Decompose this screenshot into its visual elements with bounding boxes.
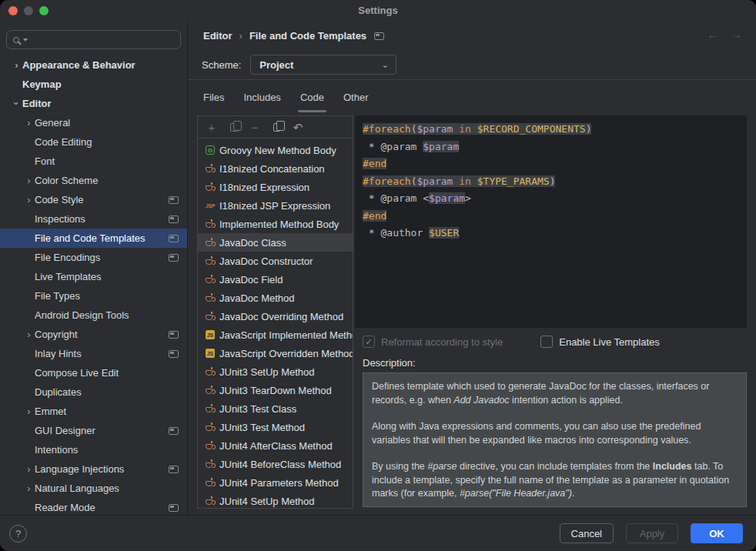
template-item-label: JavaScript Implemented Method Body bbox=[219, 329, 353, 341]
chevron-right-icon[interactable]: › bbox=[23, 118, 35, 128]
apply-button[interactable]: Apply bbox=[626, 523, 678, 543]
sidebar-item-gui-designer[interactable]: GUI Designer bbox=[0, 421, 187, 440]
template-item-javadoc-constructor[interactable]: JavaDoc Constructor bbox=[198, 252, 353, 270]
sidebar-item-compose-live-edit[interactable]: Compose Live Edit bbox=[0, 363, 187, 382]
sidebar-item-live-templates[interactable]: Live Templates bbox=[0, 267, 187, 286]
chevron-right-icon[interactable]: › bbox=[23, 483, 35, 493]
description-paragraph-1: Defines template which used to generate … bbox=[372, 380, 738, 407]
template-item-junit3-setup-method[interactable]: JUnit3 SetUp Method bbox=[198, 362, 353, 381]
copy-icon[interactable] bbox=[270, 121, 283, 133]
template-item-junit4-afterclass-method[interactable]: JUnit4 AfterClass Method bbox=[198, 436, 353, 455]
sidebar-item-file-types[interactable]: File Types bbox=[0, 286, 187, 306]
live-templates-checkbox[interactable] bbox=[540, 336, 553, 348]
template-item-junit3-teardown-method[interactable]: JUnit3 TearDown Method bbox=[198, 381, 353, 399]
ok-button[interactable]: OK bbox=[691, 523, 743, 543]
tab-other[interactable]: Other bbox=[343, 80, 369, 114]
live-templates-option: Enable Live Templates bbox=[540, 336, 660, 348]
sidebar-item-keymap[interactable]: Keymap bbox=[0, 75, 187, 94]
sidebar-item-code-style[interactable]: ›Code Style bbox=[0, 190, 187, 209]
search-options-chevron-icon[interactable] bbox=[23, 38, 28, 42]
java-icon bbox=[206, 498, 219, 505]
template-item-javadoc-method[interactable]: JavaDoc Method bbox=[198, 289, 353, 307]
sidebar-item-file-and-code-templates[interactable]: File and Code Templates bbox=[0, 229, 187, 248]
chevron-right-icon[interactable]: › bbox=[23, 329, 35, 339]
template-item-i18nized-expression[interactable]: I18nized Expression bbox=[198, 178, 353, 196]
code-tab-content: ++−↶ GGroovy New Method BodyI18nized Con… bbox=[188, 114, 756, 515]
breadcrumb-separator-icon: › bbox=[239, 30, 243, 42]
tab-code[interactable]: Code bbox=[300, 80, 324, 114]
breadcrumb-editor[interactable]: Editor bbox=[203, 30, 232, 42]
back-arrow-icon[interactable]: ← bbox=[707, 28, 718, 41]
js-glyph: JS bbox=[206, 349, 215, 358]
template-item-junit4-setup-method[interactable]: JUnit4 SetUp Method bbox=[198, 492, 353, 508]
search-icon bbox=[13, 37, 19, 43]
template-item-javadoc-overriding-method[interactable]: JavaDoc Overriding Method bbox=[198, 307, 353, 326]
sidebar-item-language-injections[interactable]: ›Language Injections bbox=[0, 459, 187, 479]
forward-arrow-icon[interactable]: → bbox=[731, 28, 742, 41]
sidebar-item-code-editing[interactable]: Code Editing bbox=[0, 132, 187, 152]
sidebar-item-font[interactable]: Font bbox=[0, 152, 187, 171]
template-item-junit3-test-class[interactable]: JUnit3 Test Class bbox=[198, 399, 353, 418]
chevron-right-icon[interactable]: › bbox=[23, 464, 35, 474]
add-child-icon[interactable]: + bbox=[227, 121, 239, 133]
description-segment: Includes bbox=[653, 461, 692, 472]
sidebar-item-copyright[interactable]: ›Copyright bbox=[0, 325, 187, 344]
scheme-label: Scheme: bbox=[202, 59, 241, 71]
sidebar-item-android-design-tools[interactable]: Android Design Tools bbox=[0, 306, 187, 325]
sidebar-item-editor[interactable]: ›Editor bbox=[0, 94, 187, 113]
sidebar-item-duplicates[interactable]: Duplicates bbox=[0, 382, 187, 402]
add-icon[interactable]: + bbox=[206, 121, 218, 133]
code-token: #foreach bbox=[363, 123, 411, 135]
sidebar-item-label: Live Templates bbox=[35, 271, 101, 282]
template-item-javadoc-field[interactable]: JavaDoc Field bbox=[198, 270, 353, 289]
java-cup-glyph bbox=[206, 185, 212, 191]
description-label: Description: bbox=[363, 357, 747, 369]
template-item-junit4-parameters-method[interactable]: JUnit4 Parameters Method bbox=[198, 473, 353, 492]
sidebar-item-file-encodings[interactable]: File Encodings bbox=[0, 248, 187, 267]
sidebar-item-inlay-hints[interactable]: Inlay Hints bbox=[0, 344, 187, 363]
template-item-i18nized-concatenation[interactable]: I18nized Concatenation bbox=[198, 159, 353, 178]
sidebar-item-color-scheme[interactable]: ›Color Scheme bbox=[0, 171, 187, 190]
template-item-i18nized-jsp-expression[interactable]: JSPI18nized JSP Expression bbox=[198, 196, 353, 215]
tab-includes[interactable]: Includes bbox=[243, 80, 280, 114]
template-code-editor[interactable]: #foreach($param in $RECORD_COMPONENTS) *… bbox=[355, 115, 747, 328]
template-item-javadoc-class[interactable]: JavaDoc Class bbox=[198, 233, 353, 252]
java-cup-glyph bbox=[206, 222, 212, 228]
search-input[interactable] bbox=[6, 30, 181, 49]
chevron-right-icon[interactable]: › bbox=[23, 406, 35, 416]
java-icon bbox=[206, 221, 219, 228]
sidebar-item-label: Language Injections bbox=[35, 463, 124, 475]
code-line-6: #end bbox=[363, 208, 739, 225]
template-item-label: JUnit3 Test Class bbox=[219, 403, 296, 415]
template-item-junit4-beforeclass-method[interactable]: JUnit4 BeforeClass Method bbox=[198, 455, 353, 473]
help-button[interactable]: ? bbox=[9, 525, 27, 543]
reformat-checkbox[interactable]: ✓ bbox=[363, 336, 375, 348]
chevron-right-icon[interactable]: › bbox=[23, 175, 35, 185]
template-item-javascript-implemented-method-body[interactable]: JSJavaScript Implemented Method Body bbox=[198, 326, 353, 344]
scheme-dropdown[interactable]: Project ⌄ bbox=[250, 55, 396, 75]
template-item-junit3-test-method[interactable]: JUnit3 Test Method bbox=[198, 418, 353, 436]
template-item-javascript-overridden-method-body[interactable]: JSJavaScript Overridden Method Body bbox=[198, 344, 353, 362]
sidebar-item-appearance-behavior[interactable]: ›Appearance & Behavior bbox=[0, 55, 187, 75]
chevron-right-icon[interactable]: › bbox=[11, 60, 22, 70]
add-child-glyph: + bbox=[230, 123, 237, 132]
sidebar-item-emmet[interactable]: ›Emmet bbox=[0, 402, 187, 421]
reset-icon[interactable]: ↶ bbox=[292, 121, 304, 133]
js-glyph: JS bbox=[206, 330, 215, 339]
sidebar-item-reader-mode[interactable]: Reader Mode bbox=[0, 498, 187, 515]
sidebar-item-general[interactable]: ›General bbox=[0, 113, 187, 132]
chevron-down-icon[interactable]: › bbox=[12, 98, 22, 109]
cancel-button[interactable]: Cancel bbox=[560, 523, 614, 543]
java-cup-glyph bbox=[206, 389, 212, 394]
template-item-groovy-new-method-body[interactable]: GGroovy New Method Body bbox=[198, 141, 353, 159]
sidebar-item-natural-languages[interactable]: ›Natural Languages bbox=[0, 479, 187, 498]
remove-icon[interactable]: − bbox=[249, 121, 261, 133]
template-item-implemented-method-body[interactable]: Implemented Method Body bbox=[198, 215, 353, 233]
java-cup-glyph bbox=[206, 444, 212, 449]
description-segment: #parse bbox=[427, 461, 457, 472]
footer-buttons: Cancel Apply OK bbox=[560, 523, 743, 543]
sidebar-item-intentions[interactable]: Intentions bbox=[0, 440, 187, 459]
sidebar-item-inspections[interactable]: Inspections bbox=[0, 209, 187, 229]
chevron-right-icon[interactable]: › bbox=[23, 195, 35, 205]
tab-files[interactable]: Files bbox=[203, 80, 224, 114]
